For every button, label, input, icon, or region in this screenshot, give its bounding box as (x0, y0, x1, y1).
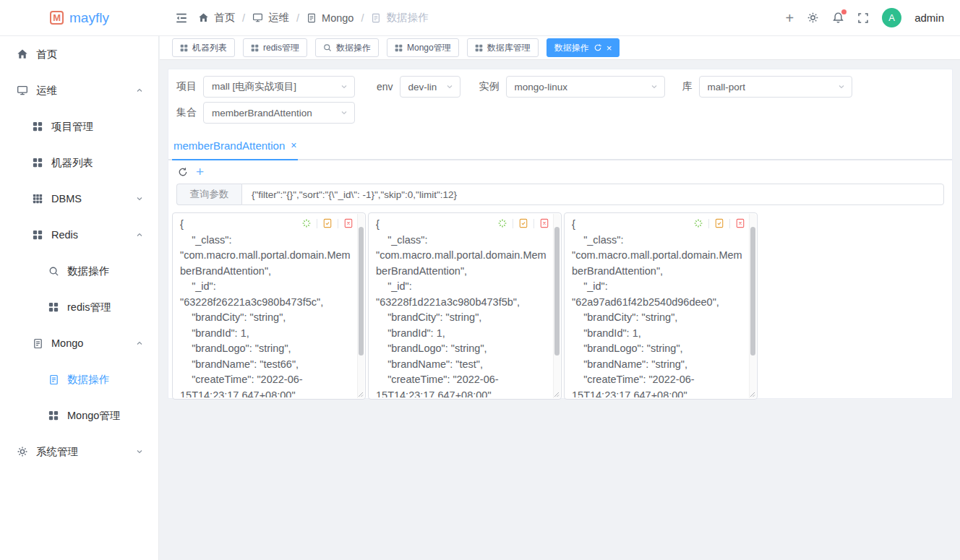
grid-icon (48, 302, 59, 312)
query-param-row: 查询参数 (176, 184, 944, 205)
top-header: M mayfly 首页 / 运维 (0, 0, 960, 36)
refresh-icon[interactable] (593, 43, 602, 52)
resize-grip-icon[interactable] (750, 392, 755, 397)
save-document-icon[interactable] (518, 218, 528, 228)
query-param-input[interactable] (241, 184, 944, 205)
breadcrumb-home[interactable]: 首页 (198, 11, 235, 25)
tab-mongo-data-ops-active[interactable]: 数据操作 × (547, 38, 620, 57)
format-magic-icon[interactable] (497, 218, 507, 228)
breadcrumb-mongo[interactable]: Mongo (307, 12, 353, 24)
scrollbar-thumb[interactable] (359, 227, 364, 356)
breadcrumb: 首页 / 运维 / Mongo / (198, 11, 428, 25)
format-magic-icon[interactable] (693, 218, 703, 228)
document-json[interactable]: { "_class": "com.macro.mall.portal.domai… (565, 213, 748, 397)
delete-document-icon[interactable] (539, 218, 549, 228)
collection-select[interactable]: memberBrandAttention (203, 102, 355, 124)
gear-icon (17, 446, 28, 457)
chevron-up-icon (135, 231, 144, 239)
breadcrumb-current: 数据操作 (371, 11, 428, 25)
scrollbar-thumb[interactable] (750, 227, 755, 356)
close-icon[interactable]: × (291, 139, 296, 151)
env-select[interactable]: dev-lin (400, 76, 460, 98)
grid-icon (251, 44, 259, 52)
close-icon[interactable]: × (607, 43, 612, 53)
document-json[interactable]: { "_class": "com.macro.mall.portal.domai… (369, 213, 552, 397)
breadcrumb-separator: / (361, 12, 364, 24)
project-label: 项目 (176, 80, 197, 93)
env-label: env (377, 81, 393, 92)
document-card[interactable]: { "_class": "com.macro.mall.portal.domai… (172, 212, 366, 400)
grid-icon (180, 44, 188, 52)
scrollbar[interactable] (749, 214, 756, 398)
chevron-down-icon (135, 194, 144, 203)
delete-document-icon[interactable] (735, 218, 745, 228)
home-icon (198, 12, 209, 23)
add-document-icon[interactable]: + (196, 165, 204, 178)
fullscreen-icon[interactable] (857, 12, 869, 24)
sidebar-item-ops[interactable]: 运维 (0, 72, 158, 108)
grid-icon (48, 410, 59, 421)
sidebar-item-mongo-data-ops[interactable]: 数据操作 (0, 361, 158, 397)
sidebar: 首页 运维 项目管理 机器列表 DBMS (0, 36, 159, 560)
instance-label: 实例 (479, 80, 500, 93)
sidebar-item-project-mgmt[interactable]: 项目管理 (0, 108, 158, 145)
breadcrumb-ops[interactable]: 运维 (252, 11, 289, 25)
sidebar-item-mongo-mgmt[interactable]: Mongo管理 (0, 397, 158, 434)
resize-grip-icon[interactable] (358, 392, 364, 397)
document-card[interactable]: { "_class": "com.macro.mall.portal.domai… (564, 212, 758, 400)
notifications-bell-icon[interactable] (832, 12, 844, 24)
scrollbar[interactable] (357, 214, 364, 398)
save-document-icon[interactable] (322, 218, 333, 228)
app-logo[interactable]: M mayfly (0, 0, 159, 35)
chevron-down-icon (340, 82, 348, 91)
add-icon[interactable]: + (785, 11, 794, 25)
instance-select[interactable]: mongo-linux (506, 76, 665, 98)
divider (729, 219, 730, 228)
project-select[interactable]: mall [电商实战项目] (203, 76, 355, 98)
document-card[interactable]: { "_class": "com.macro.mall.portal.domai… (368, 212, 562, 400)
divider (533, 219, 534, 228)
sidebar-item-redis-data-ops[interactable]: 数据操作 (0, 253, 158, 289)
mongo-data-panel: 项目 mall [电商实战项目] env dev-lin 实例 mongo-li… (168, 69, 953, 399)
divider (513, 219, 513, 228)
database-label: 库 (682, 80, 693, 93)
tab-db-mgmt[interactable]: 数据库管理 (467, 38, 539, 57)
sidebar-item-machine-list[interactable]: 机器列表 (0, 145, 158, 181)
grid-icon (32, 121, 43, 132)
chevron-down-icon (650, 82, 659, 91)
mayfly-logo-icon: M (50, 11, 64, 25)
chevron-up-icon (135, 86, 144, 95)
divider (708, 219, 709, 228)
query-param-label: 查询参数 (176, 184, 241, 205)
scrollbar[interactable] (553, 214, 560, 398)
sidebar-item-system-mgmt[interactable]: 系统管理 (0, 434, 158, 470)
avatar[interactable]: A (882, 8, 901, 27)
settings-gear-icon[interactable] (807, 12, 819, 24)
tab-machine-list[interactable]: 机器列表 (172, 38, 235, 57)
document-cards: { "_class": "com.macro.mall.portal.domai… (168, 212, 952, 400)
scrollbar-thumb[interactable] (554, 227, 560, 356)
tab-redis-mgmt[interactable]: redis管理 (243, 38, 307, 57)
home-icon (17, 48, 28, 60)
tab-mongo-mgmt[interactable]: Mongo管理 (387, 38, 459, 57)
sidebar-item-home[interactable]: 首页 (0, 36, 158, 72)
database-select[interactable]: mall-port (699, 76, 852, 98)
format-magic-icon[interactable] (301, 218, 312, 228)
sidebar-item-dbms[interactable]: DBMS (0, 181, 158, 217)
app-logo-text: mayfly (69, 10, 109, 26)
refresh-icon[interactable] (178, 167, 188, 177)
collection-tab-active[interactable]: memberBrandAttention × (172, 132, 298, 160)
document-json[interactable]: { "_class": "com.macro.mall.portal.domai… (173, 213, 356, 397)
sidebar-fold-icon[interactable] (175, 12, 188, 25)
tab-redis-data-ops[interactable]: 数据操作 (315, 38, 379, 57)
delete-document-icon[interactable] (343, 218, 353, 228)
save-document-icon[interactable] (714, 218, 724, 228)
sidebar-item-redis-mgmt[interactable]: redis管理 (0, 289, 158, 325)
sidebar-item-mongo[interactable]: Mongo (0, 325, 158, 361)
filter-bar: 项目 mall [电商实战项目] env dev-lin 实例 mongo-li… (168, 69, 952, 124)
resize-grip-icon[interactable] (554, 392, 560, 397)
sidebar-item-redis[interactable]: Redis (0, 217, 158, 253)
grid-icon (475, 44, 483, 52)
document-icon (32, 338, 43, 349)
tag-tab-bar: 机器列表 redis管理 数据操作 Mongo管理 数据库管理 数据操作 × (160, 36, 960, 60)
